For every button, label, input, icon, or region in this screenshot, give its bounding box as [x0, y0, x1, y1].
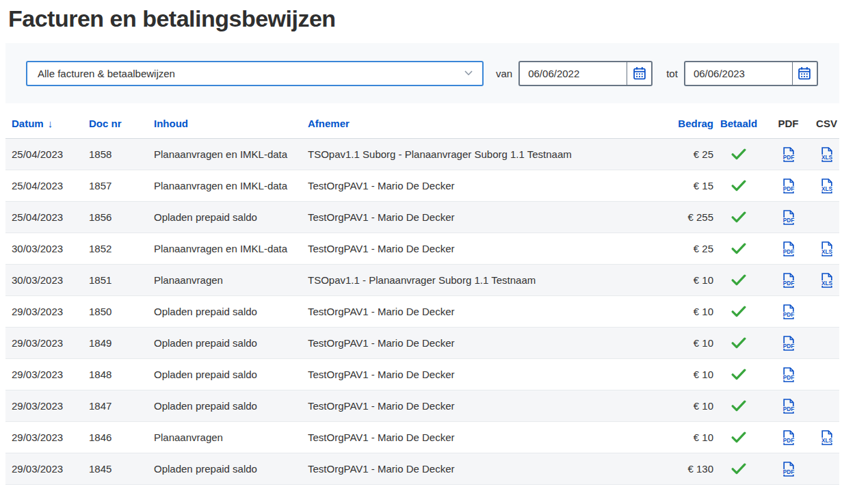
table-row: 25/04/2023 1856 Opladen prepaid saldo Te… — [5, 202, 839, 233]
table-row: 25/04/2023 1857 Planaanvragen en IMKL-da… — [5, 170, 839, 202]
pdf-download-button[interactable]: PDF — [782, 399, 795, 414]
pdf-download-button[interactable]: PDF — [782, 273, 795, 288]
pdf-file-icon: PDF — [782, 273, 795, 288]
cell-betaald — [715, 180, 763, 191]
cell-pdf: PDF — [763, 462, 814, 477]
chevron-down-icon — [464, 70, 473, 76]
svg-text:XLS: XLS — [821, 438, 832, 444]
check-icon — [731, 306, 746, 317]
table-row: 29/03/2023 1848 Opladen prepaid saldo Te… — [5, 359, 839, 390]
cell-bedrag: € 10 — [677, 369, 715, 380]
date-to-calendar-button[interactable] — [792, 62, 817, 85]
cell-doc-nr: 1846 — [89, 432, 154, 443]
column-header-doc-nr[interactable]: Doc nr — [89, 118, 154, 129]
cell-inhoud: Opladen prepaid saldo — [154, 400, 308, 412]
svg-text:PDF: PDF — [782, 280, 793, 287]
table-header-row: Datum↓ Doc nr Inhoud Afnemer Bedrag Beta… — [5, 103, 839, 139]
pdf-download-button[interactable]: PDF — [782, 304, 795, 319]
column-header-datum[interactable]: Datum↓ — [5, 118, 89, 129]
check-icon — [731, 369, 746, 380]
table-row: 30/03/2023 1852 Planaanvragen en IMKL-da… — [5, 233, 839, 265]
cell-inhoud: Opladen prepaid saldo — [154, 211, 308, 223]
cell-betaald — [715, 243, 763, 254]
date-from-calendar-button[interactable] — [627, 62, 651, 85]
cell-bedrag: € 10 — [677, 306, 715, 317]
svg-text:PDF: PDF — [782, 312, 793, 318]
svg-text:PDF: PDF — [782, 186, 793, 192]
svg-text:XLS: XLS — [821, 249, 832, 255]
cell-pdf: PDF — [763, 241, 814, 256]
pdf-file-icon: PDF — [782, 178, 795, 194]
cell-afnemer: TestOrgPAV1 - Mario De Decker — [308, 180, 677, 191]
cell-betaald — [715, 306, 763, 317]
cell-bedrag: € 10 — [677, 337, 715, 349]
date-to-label: tot — [666, 68, 678, 79]
cell-inhoud: Planaanvragen en IMKL-data — [154, 243, 308, 254]
cell-doc-nr: 1845 — [89, 463, 154, 475]
cell-afnemer: TestOrgPAV1 - Mario De Decker — [308, 432, 677, 443]
xls-file-icon: XLS — [820, 178, 834, 194]
pdf-download-button[interactable]: PDF — [782, 147, 795, 162]
svg-text:PDF: PDF — [782, 343, 793, 349]
date-from-input[interactable] — [520, 62, 627, 85]
cell-inhoud: Opladen prepaid saldo — [154, 337, 308, 349]
cell-betaald — [715, 148, 763, 160]
cell-betaald — [715, 432, 763, 443]
pdf-file-icon: PDF — [782, 430, 795, 445]
check-icon — [731, 211, 746, 223]
csv-download-button[interactable]: XLS — [820, 430, 834, 445]
cell-bedrag: € 10 — [677, 432, 715, 443]
cell-betaald — [715, 337, 763, 349]
pdf-download-button[interactable]: PDF — [782, 430, 795, 445]
column-header-afnemer[interactable]: Afnemer — [308, 118, 677, 129]
pdf-download-button[interactable]: PDF — [782, 336, 795, 351]
date-from-group — [518, 61, 653, 86]
column-header-bedrag[interactable]: Bedrag — [677, 118, 715, 129]
cell-afnemer: TSOpav1.1 - Planaanvrager Suborg 1.1 Tes… — [308, 274, 677, 286]
cell-csv: XLS — [814, 273, 839, 288]
column-header-betaald[interactable]: Betaald — [715, 118, 763, 129]
pdf-download-button[interactable]: PDF — [782, 210, 795, 225]
pdf-download-button[interactable]: PDF — [782, 178, 795, 194]
cell-datum: 29/03/2023 — [5, 432, 89, 443]
csv-download-button[interactable]: XLS — [820, 178, 834, 194]
pdf-download-button[interactable]: PDF — [782, 241, 795, 256]
csv-download-button[interactable]: XLS — [820, 147, 834, 162]
cell-doc-nr: 1848 — [89, 369, 154, 380]
cell-pdf: PDF — [763, 178, 814, 194]
cell-csv: XLS — [814, 147, 839, 162]
cell-datum: 25/04/2023 — [5, 148, 89, 160]
cell-afnemer: TestOrgPAV1 - Mario De Decker — [308, 306, 677, 317]
cell-datum: 29/03/2023 — [5, 337, 89, 349]
cell-datum: 29/03/2023 — [5, 463, 89, 475]
cell-pdf: PDF — [763, 336, 814, 351]
cell-bedrag: € 130 — [677, 463, 715, 475]
csv-download-button[interactable]: XLS — [820, 241, 834, 256]
cell-doc-nr: 1851 — [89, 274, 154, 286]
svg-text:XLS: XLS — [821, 155, 832, 161]
xls-file-icon: XLS — [820, 241, 834, 256]
cell-pdf: PDF — [763, 430, 814, 445]
date-from-label: van — [496, 68, 512, 79]
cell-afnemer: TestOrgPAV1 - Mario De Decker — [308, 337, 677, 349]
svg-text:PDF: PDF — [782, 375, 793, 381]
check-icon — [731, 463, 746, 475]
pdf-file-icon: PDF — [782, 147, 795, 162]
filter-panel: Alle facturen & betaalbewijzen van tot — [5, 43, 839, 103]
cell-betaald — [715, 400, 763, 412]
cell-csv: XLS — [814, 336, 839, 351]
cell-csv: XLS — [814, 178, 839, 194]
csv-download-button[interactable]: XLS — [820, 273, 834, 288]
pdf-download-button[interactable]: PDF — [782, 367, 795, 382]
cell-pdf: PDF — [763, 273, 814, 288]
cell-pdf: PDF — [763, 147, 814, 162]
cell-csv: XLS — [814, 241, 839, 256]
invoice-type-select[interactable]: Alle facturen & betaalbewijzen — [26, 61, 484, 86]
svg-text:XLS: XLS — [821, 186, 832, 192]
column-header-inhoud[interactable]: Inhoud — [154, 118, 308, 129]
table-row: 29/03/2023 1845 Opladen prepaid saldo Te… — [5, 453, 839, 485]
check-icon — [731, 337, 746, 349]
pdf-download-button[interactable]: PDF — [782, 462, 795, 477]
calendar-icon — [798, 67, 811, 80]
date-to-input[interactable] — [685, 62, 792, 85]
